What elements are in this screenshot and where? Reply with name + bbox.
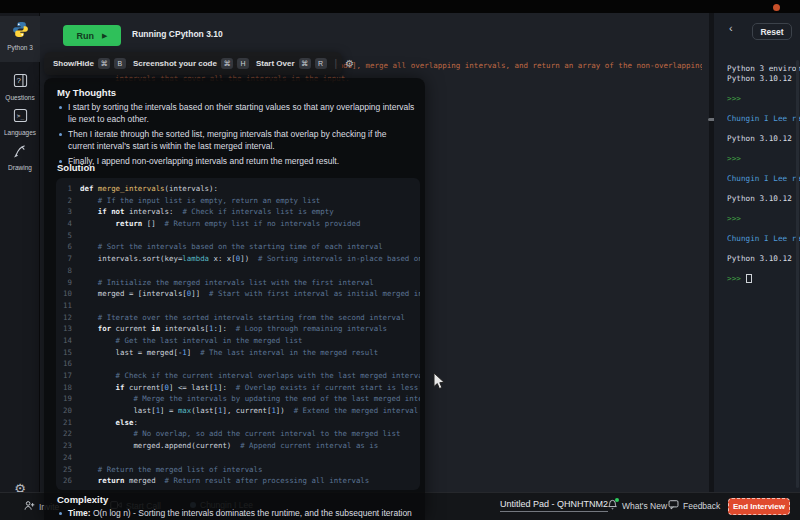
chevron-left-icon[interactable]: ‹ (729, 22, 733, 34)
code-line: 2 # If the input list is empty, return a… (56, 195, 420, 207)
whats-new-label: What's New (622, 501, 667, 511)
code-line: 12 # Iterate over the sorted intervals s… (56, 312, 420, 324)
svg-text:?: ? (16, 76, 21, 85)
app-window: Python 3 ? Questions >_ Languages Drawin… (0, 0, 800, 520)
complexity-text: O(n log n) - Sorting the intervals domin… (68, 508, 412, 520)
sidebar-item-languages[interactable]: >_ Languages (0, 103, 40, 139)
console-line: >>> (727, 154, 800, 164)
code-line: 17 # Check if the current interval overl… (56, 370, 420, 382)
cmd-keycap: ⌘ (299, 58, 311, 69)
code-line: 19 # Merge the intervals by updating the… (56, 393, 420, 405)
code-line: 7 intervals.sort(key=lambda x: x[0]) # S… (56, 253, 420, 265)
code-line: 22 # No overlap, so add the current inte… (56, 428, 420, 440)
notification-dot (615, 498, 619, 502)
thought-item: Then I iterate through the sorted list, … (57, 129, 415, 152)
code-line: 4 return [] # Return empty list if no in… (56, 218, 420, 230)
code-line: 25 # Return the merged list of intervals (56, 464, 420, 476)
svg-text:>_: >_ (16, 112, 24, 120)
feedback-label: Feedback (683, 501, 720, 511)
show-hide-label: Show/Hide (53, 59, 94, 68)
code-line: 16 (56, 358, 420, 370)
top-strip (0, 0, 800, 13)
console-line: Python 3.10.12 (727, 74, 800, 84)
bullet-dot (59, 512, 62, 515)
sidebar-item-drawing[interactable]: Drawing (0, 138, 40, 174)
start-over-button[interactable]: Start Over ⌘ R (256, 58, 327, 69)
console-line: Python 3.10.12 (727, 254, 800, 264)
code-line: 20 last[1] = max(last[1], current[1]) # … (56, 405, 420, 417)
gear-icon[interactable]: ⚙ (345, 58, 354, 69)
code-line: 18 if current[0] <= last[1]: # Overlap e… (56, 382, 420, 394)
code-line: 3 if not intervals: # Check if intervals… (56, 206, 420, 218)
question-book-icon: ? (13, 73, 28, 92)
console-line: Python 3 environ (727, 64, 800, 74)
screenshot-code-button[interactable]: Screenshot your code ⌘ H (133, 58, 249, 69)
code-line: 23 merged.append(current) # Append curre… (56, 440, 420, 452)
code-line: 21 else: (56, 417, 420, 429)
code-line: 26 return merged # Return result after p… (56, 475, 420, 487)
console-line: Chungin I Lee ra (727, 174, 800, 184)
code-line: 14 # Get the last interval in the merged… (56, 335, 420, 347)
bell-icon (607, 499, 618, 512)
assistant-overlay-panel: My Thoughts I start by sorting the inter… (44, 78, 425, 520)
run-button[interactable]: Run ▶ (63, 25, 121, 46)
feedback-button[interactable]: Feedback (668, 499, 720, 512)
complexity-title: Complexity (57, 494, 108, 505)
recording-dot-icon (773, 4, 780, 11)
sidebar-item-python3[interactable]: Python 3 (0, 16, 40, 62)
code-line: 10 merged = [intervals[0]] # Start with … (56, 288, 420, 300)
code-line: 6 # Sort the intervals based on the star… (56, 241, 420, 253)
b-keycap: B (114, 58, 126, 69)
toolbar-divider: | (335, 58, 338, 69)
sidebar-item-label: Drawing (0, 164, 40, 171)
console-line: Python 3.10.12 (727, 194, 800, 204)
bullet-dot (59, 106, 62, 109)
solution-title: Solution (57, 162, 95, 173)
sidebar-item-label: Python 3 (0, 44, 40, 51)
code-line: 5 (56, 230, 420, 242)
complexity-label: Time: (68, 508, 91, 518)
screenshot-code-label: Screenshot your code (133, 59, 217, 68)
terminal-icon: >_ (13, 108, 28, 127)
console-output[interactable]: Python 3 environPython 3.10.12>>>Chungin… (727, 64, 800, 484)
console-line: Python 3.10.12 (727, 134, 800, 144)
play-icon: ▶ (102, 32, 107, 40)
code-line: 15 last = merged[-1] # The last interval… (56, 347, 420, 359)
speech-bubble-icon (668, 499, 679, 512)
person-add-icon (24, 500, 35, 513)
console-line: >>> (727, 274, 800, 284)
console-line: >>> (727, 214, 800, 224)
thoughts-title: My Thoughts (57, 87, 116, 98)
start-over-label: Start Over (256, 59, 295, 68)
sidebar-item-label: Questions (0, 94, 40, 101)
code-line: 11 (56, 300, 420, 312)
console-line: Chungin I Lee ra (727, 114, 800, 124)
console-line: >>> (727, 94, 800, 104)
sidebar-item-label: Languages (0, 129, 40, 136)
code-line: 13 for current in intervals[1:]: # Loop … (56, 323, 420, 335)
pen-icon (13, 143, 28, 162)
cmd-keycap: ⌘ (98, 58, 110, 69)
code-line: 1def merge_intervals(intervals): (56, 183, 420, 195)
sidebar: Python 3 ? Questions >_ Languages Drawin… (0, 13, 40, 492)
console-scrollbar[interactable] (796, 60, 799, 488)
bullet-dot (59, 133, 62, 136)
end-interview-button[interactable]: End Interview (728, 498, 790, 515)
thoughts-list: I start by sorting the intervals based o… (57, 102, 415, 172)
run-status-text: Running CPython 3.10 (132, 29, 223, 39)
whats-new-button[interactable]: What's New (607, 499, 667, 512)
code-line: 24 (56, 452, 420, 464)
code-block: 1def merge_intervals(intervals):2 # If t… (56, 178, 420, 490)
code-line: 8 (56, 265, 420, 277)
show-hide-button[interactable]: Show/Hide ⌘ B (53, 58, 126, 69)
pad-title-input[interactable]: Untitled Pad - QHNHTNM2 (500, 499, 608, 512)
thought-item: Finally, I append non-overlapping interv… (57, 156, 415, 168)
text-cursor (746, 274, 752, 283)
overlay-toolbar: Show/Hide ⌘ B Screenshot your code ⌘ H S… (44, 52, 342, 75)
h-keycap: H (237, 58, 249, 69)
mouse-cursor (433, 372, 446, 395)
reset-button[interactable]: Reset (752, 23, 792, 40)
complexity-item: Time: O(n log n) - Sorting the intervals… (57, 508, 415, 520)
sidebar-item-questions[interactable]: ? Questions (0, 68, 40, 104)
console-line: Chungin I Lee ra (727, 234, 800, 244)
